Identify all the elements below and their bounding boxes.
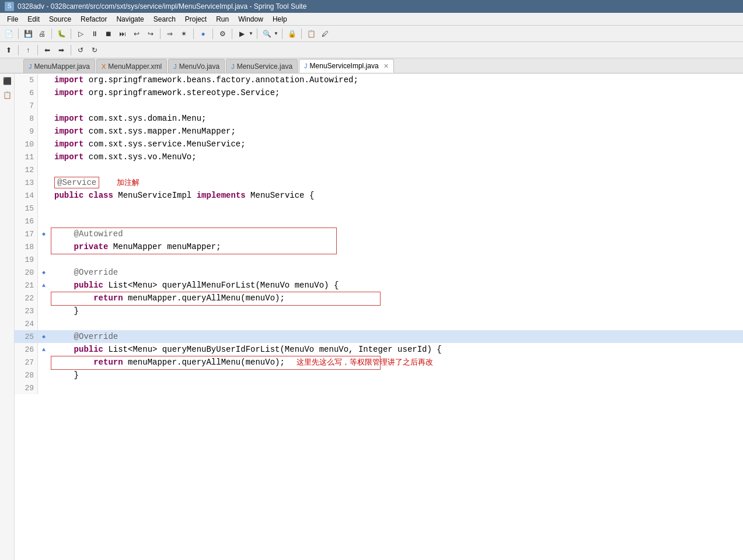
line-num-5: 5 [15, 74, 38, 86]
line-content-24 [50, 317, 54, 330]
toolbar2-btn-6[interactable]: ↻ [88, 44, 101, 57]
tab-label-5: MenuServiceImpl.java [310, 62, 379, 70]
toolbar-btn-8[interactable]: ↪ [144, 27, 157, 40]
line-num-27: 27 [15, 356, 38, 369]
line-content-12 [50, 163, 54, 176]
line-num-21: 21 [15, 279, 38, 292]
menu-search[interactable]: Search [149, 14, 180, 24]
tab-menu-mapper-java[interactable]: J MenuMapper.java [23, 59, 95, 73]
toolbar-btn-13[interactable]: 📋 [305, 27, 318, 40]
line-content-6: import org.springframework.stereotype.Se… [50, 86, 280, 99]
new-button[interactable]: 📄 [2, 27, 15, 40]
sep-t2-2 [37, 45, 38, 55]
code-line-19: 19 [15, 253, 743, 266]
line-num-17: 17 [15, 228, 38, 240]
run-btn[interactable]: ● [197, 27, 210, 40]
line-num-18: 18 [15, 240, 38, 253]
toolbar-btn-9[interactable]: ⇒ [163, 27, 176, 40]
code-line-11: 11 import com.sxt.sys.vo.MenuVo; [15, 150, 743, 163]
window-title: 0328adv - 0328carrent/src/com/sxt/sys/se… [18, 2, 306, 10]
code-line-15: 15 [15, 202, 743, 215]
tab-menu-mapper-xml[interactable]: X MenuMapper.xml [96, 59, 167, 73]
line-content-26: public List<Menu> queryMenuByUserIdForLi… [50, 343, 442, 356]
tab-menu-vo-java[interactable]: J MenuVo.java [168, 59, 225, 73]
sep-9 [282, 29, 282, 39]
menu-refactor[interactable]: Refactor [76, 14, 111, 24]
tab-menu-service-java[interactable]: J MenuService.java [226, 59, 298, 73]
menu-source[interactable]: Source [44, 14, 76, 24]
tab-icon-3: J [173, 63, 177, 70]
toolbar-btn-12[interactable]: 🔒 [285, 27, 298, 40]
menu-help[interactable]: Help [268, 14, 292, 24]
tab-menu-service-impl-java[interactable]: J MenuServiceImpl.java ✕ [299, 59, 394, 73]
toolbar-btn-5[interactable]: ⏹ [102, 27, 115, 40]
menu-navigate[interactable]: Navigate [111, 14, 148, 24]
line-content-29 [50, 382, 54, 394]
line-content-13: @Service 加注解 [50, 176, 122, 189]
save-button[interactable]: 💾 [22, 27, 34, 40]
code-line-29: 29 [15, 382, 743, 394]
line-num-6: 6 [15, 86, 38, 99]
code-line-5: 5 import org.springframework.beans.facto… [15, 74, 743, 86]
line-marker-20: ◆ [38, 269, 50, 276]
line-content-5: import org.springframework.beans.factory… [50, 74, 358, 86]
sidebar-icon-2[interactable]: 📋 [2, 90, 12, 100]
toolbar-btn-10[interactable]: ✶ [177, 27, 190, 40]
menu-window[interactable]: Window [233, 14, 268, 24]
code-line-6: 6 import org.springframework.stereotype.… [15, 86, 743, 99]
code-line-13: 13 @Service 加注解 [15, 176, 743, 189]
line-num-24: 24 [15, 317, 38, 330]
line-num-15: 15 [15, 202, 38, 215]
left-sidebar: ⬛ 📋 [0, 74, 15, 560]
menu-file[interactable]: File [2, 14, 23, 24]
line-num-25: 25 [15, 330, 38, 343]
toolbar-btn-7[interactable]: ↩ [130, 27, 143, 40]
toolbar2-btn-2[interactable]: ↑ [22, 44, 34, 57]
menu-run[interactable]: Run [211, 14, 233, 24]
sep-1 [18, 29, 19, 39]
line-content-21: public List<Menu> queryAllMenuForList(Me… [50, 279, 339, 292]
line-num-16: 16 [15, 215, 38, 228]
annotation-label-13: 加注解 [117, 177, 139, 188]
code-line-7: 7 [15, 99, 743, 112]
code-line-27: 27 return menuMapper.queryAllMenu(menuVo… [15, 356, 743, 369]
menu-bar: File Edit Source Refactor Navigate Searc… [0, 13, 743, 26]
toolbar-btn-14[interactable]: 🖊 [319, 27, 332, 40]
menu-project[interactable]: Project [180, 14, 211, 24]
toolbar2-btn-1[interactable]: ⬆ [2, 44, 15, 57]
toolbar-btn-6[interactable]: ⏭ [116, 27, 129, 40]
line-content-17: @Autowired [50, 228, 123, 240]
line-content-23: } [50, 304, 79, 317]
toolbar-btn-3[interactable]: ▷ [74, 27, 87, 40]
editor-tabs: J MenuMapper.java X MenuMapper.xml J Men… [0, 58, 743, 74]
line-marker-25: ◆ [38, 333, 50, 340]
toolbar2-btn-3[interactable]: ⬅ [41, 44, 54, 57]
toolbar-btn-4[interactable]: ⏸ [88, 27, 101, 40]
toolbar2-btn-4[interactable]: ➡ [55, 44, 68, 57]
code-line-14: 14 public class MenuServiceImpl implemen… [15, 189, 743, 202]
tab-close-5[interactable]: ✕ [383, 62, 389, 70]
sep-8 [257, 29, 257, 39]
toolbar2-btn-5[interactable]: ↺ [74, 44, 87, 57]
line-num-12: 12 [15, 163, 38, 176]
code-editor[interactable]: 5 import org.springframework.beans.facto… [15, 74, 743, 394]
code-lines: 5 import org.springframework.beans.facto… [15, 74, 743, 394]
line-marker-26: ▲ [38, 346, 50, 353]
code-line-8: 8 import com.sxt.sys.domain.Menu; [15, 112, 743, 125]
line-content-9: import com.sxt.sys.mapper.MenuMapper; [50, 125, 236, 138]
tab-icon-4: J [231, 63, 235, 70]
code-line-28: 28 } [15, 369, 743, 382]
code-line-18: 18 private MenuMapper menuMapper; [15, 240, 743, 253]
search-with-arrow[interactable]: 🔍 ▼ [260, 27, 279, 40]
sidebar-icon-1[interactable]: ⬛ [2, 76, 12, 86]
line-content-14: public class MenuServiceImpl implements … [50, 189, 314, 202]
line-content-15 [50, 202, 54, 215]
run-with-arrow[interactable]: ▶ ▼ [235, 27, 254, 40]
print-button[interactable]: 🖨 [36, 27, 48, 40]
tab-icon-1: J [29, 63, 32, 70]
code-line-23: 23 } [15, 304, 743, 317]
line-num-10: 10 [15, 138, 38, 150]
toolbar-btn-11[interactable]: ⚙ [216, 27, 229, 40]
menu-edit[interactable]: Edit [23, 14, 44, 24]
debug-button[interactable]: 🐛 [55, 27, 68, 40]
